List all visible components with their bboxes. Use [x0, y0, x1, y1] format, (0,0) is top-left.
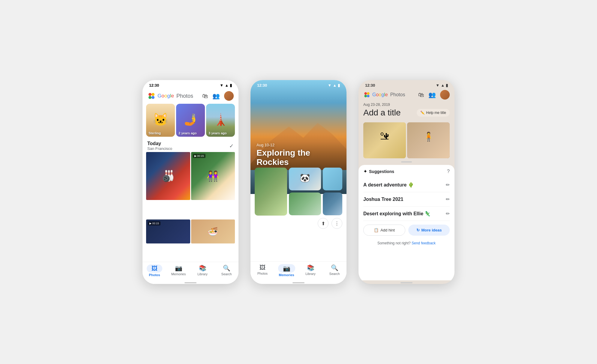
- shop-icon-3[interactable]: 🛍: [418, 91, 424, 98]
- nav-photos-1[interactable]: 🖼 Photos: [146, 264, 164, 277]
- more-button[interactable]: ⋮: [332, 218, 342, 229]
- status-icons-3: ▼ ▲ ▮: [436, 83, 448, 88]
- photo-bottom-left[interactable]: ▶ 00:15: [146, 219, 190, 243]
- share-button[interactable]: ⬆: [318, 218, 328, 229]
- suggestion-item-1[interactable]: A desert adventure 🌵 ✏: [363, 178, 450, 192]
- photo-group[interactable]: 👭 ▶ 00:15: [191, 152, 235, 200]
- preview-photo-2[interactable]: 🧍: [407, 122, 450, 158]
- nav-library-icon-1: 📚: [199, 264, 206, 272]
- selfie-emoji: 🤳: [184, 113, 198, 126]
- phone-2: 12:30 ▼ ▲ ▮ Aug 10-12 Exploring theRocki…: [250, 80, 346, 284]
- edit-icon-3[interactable]: ✏: [446, 211, 450, 216]
- bowling-emoji: 🎳: [161, 170, 175, 182]
- preview-photo-1[interactable]: 🏜: [363, 122, 406, 158]
- sparkle-icon-btn: ✏️: [420, 111, 425, 115]
- bowling-bg: 🎳: [146, 152, 190, 200]
- gp-header-3: Google Photos 🛍 👥: [358, 89, 454, 103]
- memory-thumb-selfie[interactable]: 🤳 2 years ago: [176, 104, 205, 137]
- signal-icon-2: ▲: [333, 83, 337, 88]
- more-ideas-label: More ideas: [422, 228, 442, 232]
- people-icon-1[interactable]: 👥: [212, 92, 220, 100]
- svg-point-0: [148, 93, 152, 96]
- nav-photos-2[interactable]: 🖼 Photos: [254, 264, 272, 277]
- photo-grid-1: 🎳 👭 ▶ 00:15 ▶ 00:15 🍜: [142, 152, 238, 262]
- suggestions-header: ✦ Suggestions ?: [363, 169, 450, 174]
- panda-emoji: 🐼: [289, 168, 321, 183]
- help-icon[interactable]: ?: [447, 169, 450, 174]
- help-me-title-label: Help me title: [426, 111, 446, 115]
- status-bar-1: 12:30 ▼ ▲ ▮: [142, 80, 238, 89]
- battery-icon-3: ▮: [446, 83, 448, 88]
- nav-photos-icon-2: 🖼: [260, 264, 266, 271]
- nav-memories-bg-2: 📷: [278, 264, 295, 273]
- suggestion-item-3[interactable]: Desert exploring with Ellie 🦎 ✏: [363, 207, 450, 221]
- memory-thumb-eiffel[interactable]: 🗼 3 years ago: [206, 104, 235, 137]
- nav-memories-1[interactable]: 📷 Memories: [170, 264, 188, 277]
- svg-point-5: [367, 92, 370, 95]
- suggestion-actions: 📋 Add hint ↻ More ideas: [363, 221, 450, 239]
- send-feedback-link[interactable]: Send feedback: [412, 241, 436, 245]
- photos-text-1: Photos: [176, 93, 193, 99]
- phones-container: 12:30 ▼ ▲ ▮ Google: [142, 80, 454, 284]
- suggestion-text-2: Joshua Tree 2021: [363, 197, 403, 202]
- gp-logo-icon-3: [363, 91, 370, 98]
- nav-search-2[interactable]: 🔍 Search: [326, 264, 344, 277]
- nav-photos-label-2: Photos: [257, 272, 268, 275]
- section-title: Today: [147, 141, 172, 146]
- handle-bar-2: [292, 282, 304, 283]
- google-text-3: Google: [372, 92, 388, 97]
- collage-meadow[interactable]: [255, 168, 287, 216]
- shop-icon-1[interactable]: 🛍: [202, 93, 208, 100]
- photos-text-3: Photos: [390, 92, 405, 97]
- nav-search-1[interactable]: 🔍 Search: [218, 264, 236, 277]
- nav-memories-icon-2: 📷: [283, 265, 290, 272]
- suggestion-item-2[interactable]: Joshua Tree 2021 ✏: [363, 192, 450, 207]
- photo-bottom-right[interactable]: 🍜: [191, 219, 235, 243]
- bottom-nav-1: 🖼 Photos 📷 Memories 📚 Library 🔍 Search: [142, 262, 238, 280]
- collage-panda[interactable]: 🐼: [289, 168, 321, 190]
- nav-search-icon-1: 🔍: [223, 264, 230, 272]
- collage-sky[interactable]: [323, 168, 342, 190]
- signal-icon: ▲: [225, 83, 229, 88]
- svg-point-2: [148, 96, 152, 99]
- nav-library-1[interactable]: 📚 Library: [194, 264, 212, 277]
- signal-icon-3: ▲: [441, 83, 445, 88]
- user-avatar-3[interactable]: [440, 90, 450, 100]
- video-badge-bowling2: ▶ 00:15: [148, 221, 160, 225]
- sparkle-icon: ✦: [363, 169, 367, 174]
- suggestion-text-1: A desert adventure 🌵: [363, 182, 414, 188]
- google-photos-logo-1: Google Photos: [147, 92, 193, 100]
- add-title-text: Add a title: [363, 108, 401, 118]
- panel-handle[interactable]: [401, 161, 412, 163]
- nav-library-2[interactable]: 📚 Library: [302, 264, 320, 277]
- nav-photos-bg: 🖼: [147, 264, 162, 273]
- eiffel-emoji: 🗼: [214, 113, 228, 126]
- memory-thumb-cat[interactable]: 🐱 Sterling: [146, 104, 175, 137]
- nav-library-label-1: Library: [197, 272, 208, 276]
- svg-point-1: [152, 93, 154, 96]
- user-avatar-1[interactable]: [224, 91, 234, 101]
- photo-collage: 🐼: [250, 164, 346, 216]
- status-bar-3: 12:30 ▼ ▲ ▮: [358, 80, 454, 89]
- gp-logo-icon-1: [147, 92, 156, 100]
- hero-date: Aug 10-12: [256, 143, 310, 147]
- refresh-icon: ↻: [416, 228, 420, 232]
- edit-icon-1[interactable]: ✏: [446, 182, 450, 188]
- date-range: Aug 23-28, 2019: [363, 103, 450, 107]
- add-hint-button[interactable]: 📋 Add hint: [363, 225, 405, 236]
- nav-memories-2[interactable]: 📷 Memories: [278, 264, 296, 277]
- google-photos-logo-3: Google Photos: [358, 91, 410, 98]
- help-me-title-button[interactable]: ✏️ Help me title: [417, 109, 450, 117]
- people-icon-3[interactable]: 👥: [428, 91, 436, 98]
- photo-bowling-main[interactable]: 🎳: [146, 152, 190, 200]
- more-ideas-button[interactable]: ↻ More ideas: [408, 225, 450, 236]
- nav-search-label-1: Search: [221, 272, 232, 276]
- collage-landscape[interactable]: [289, 192, 321, 215]
- section-header-1: Today San Francisco ✓: [142, 139, 238, 152]
- group-emoji: 👭: [207, 170, 219, 182]
- avatar-inner-1: [224, 91, 234, 101]
- collage-waterfall[interactable]: [323, 192, 342, 215]
- person-emoji: 🧍: [407, 122, 450, 142]
- edit-icon-2[interactable]: ✏: [446, 196, 450, 202]
- select-all-icon[interactable]: ✓: [229, 143, 234, 149]
